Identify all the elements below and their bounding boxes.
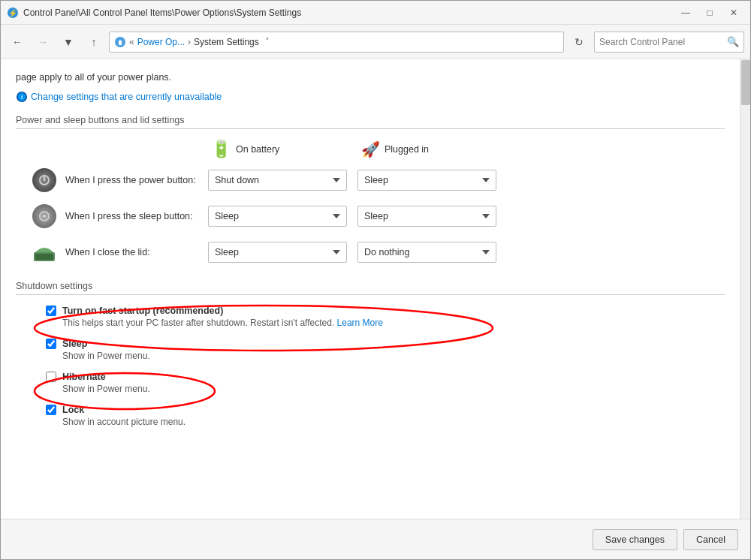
search-icon: 🔍 [727,36,739,47]
battery-column-header: 🔋 On battery [211,140,361,159]
app-icon: ⚡ [7,7,19,19]
lid-battery-dropdown[interactable]: Sleep Shut down Hibernate Do nothing [208,242,347,263]
sleep-plugged-dropdown[interactable]: Sleep Shut down Hibernate Do nothing [357,206,496,227]
fast-startup-checkbox[interactable] [46,306,56,316]
main-window: ⚡ Control Panel\All Control Panel Items\… [0,0,751,560]
breadcrumb-bar: « Power Op... › System Settings ˅ [109,32,564,53]
fast-startup-desc: This helps start your PC faster after sh… [46,318,725,328]
shutdown-header: Shutdown settings [16,281,725,295]
plugged-col-label: Plugged in [385,144,429,155]
fast-startup-wrapper: Turn on fast startup (recommended) This … [16,306,725,339]
close-button[interactable]: ✕ [723,5,744,20]
hibernate-row: Hibernate Show in Power menu. [16,372,725,394]
back-button[interactable]: ← [7,32,28,53]
svg-text:⚡: ⚡ [8,8,18,18]
lock-label-row: Lock [46,405,725,415]
sleep-checkbox[interactable] [46,339,56,349]
forward-button[interactable]: → [32,32,53,53]
lock-label: Lock [62,405,84,415]
learn-more-link[interactable]: Learn More [337,318,383,328]
power-button-icon [31,167,58,194]
power-battery-dropdown[interactable]: Shut down Sleep Hibernate Do nothing [208,170,347,191]
minimize-button[interactable]: — [675,5,696,20]
lid-row: When I close the lid: Sleep Shut down Hi… [16,239,725,266]
lock-row: Lock Show in account picture menu. [16,405,725,427]
shield-icon: i [16,91,28,103]
power-sleep-header: Power and sleep buttons and lid settings [16,115,725,129]
breadcrumb-icon [114,36,126,48]
breadcrumb-arrow: › [188,37,191,47]
shutdown-section: Shutdown settings Turn on fast startup (… [16,281,725,427]
save-changes-button[interactable]: Save changes [593,529,677,550]
dropdown-button[interactable]: ▼ [58,32,79,53]
footer: Save changes Cancel [1,519,750,559]
lock-desc: Show in account picture menu. [46,417,725,427]
address-bar: ← → ▼ ↑ « Power Op... › System Settings … [1,25,750,59]
power-sleep-section: Power and sleep buttons and lid settings… [16,115,725,266]
battery-icon: 🔋 [211,140,231,159]
lid-label: When I close the lid: [65,247,208,257]
change-settings-link[interactable]: i Change settings that are currently una… [16,91,725,103]
svg-text:i: i [21,94,23,101]
scrollbar-thumb[interactable] [741,60,750,105]
content-area: page apply to all of your power plans. i… [1,59,750,519]
sleep-row: Sleep Show in Power menu. [16,339,725,361]
power-button-row: When I press the power button: Shut down… [16,167,725,194]
plugged-column-header: 🚀 Plugged in [361,140,511,158]
sleep-option-label: Sleep [62,339,87,349]
sleep-label-row: Sleep [46,339,725,349]
search-input[interactable] [599,37,724,47]
window-controls: — □ ✕ [675,5,744,20]
fast-startup-label-row: Turn on fast startup (recommended) [46,306,725,316]
sleep-button-row: When I press the sleep button: Sleep Shu… [16,203,725,230]
page-intro-text: page apply to all of your power plans. [16,71,331,85]
hibernate-label-row: Hibernate [46,372,725,382]
refresh-button[interactable]: ↻ [569,32,590,53]
hibernate-checkbox[interactable] [46,372,56,382]
window-title: Control Panel\All Control Panel Items\Po… [23,8,675,18]
lock-checkbox[interactable] [46,405,56,415]
svg-rect-9 [35,254,53,260]
cancel-button[interactable]: Cancel [683,529,738,550]
sleep-icon-svg [38,209,51,223]
sleep-button-icon [31,203,58,230]
plug-icon: 🚀 [361,140,380,158]
battery-col-label: On battery [236,144,279,155]
power-button-label: When I press the power button: [65,175,208,185]
search-box: 🔍 [594,32,744,53]
fast-startup-row: Turn on fast startup (recommended) This … [16,306,725,328]
sleep-battery-dropdown[interactable]: Sleep Shut down Hibernate Do nothing [208,206,347,227]
scrollbar-track [740,59,750,519]
lid-plugged-dropdown[interactable]: Do nothing Sleep Hibernate Shut down [357,242,496,263]
breadcrumb-separator: « [129,37,134,47]
lid-icon [31,239,58,266]
power-plugged-dropdown[interactable]: Sleep Shut down Hibernate Do nothing [357,170,496,191]
breadcrumb-current: System Settings [194,37,259,47]
sleep-button-label: When I press the sleep button: [65,211,208,221]
power-icon-svg [38,173,51,187]
fast-startup-label: Turn on fast startup (recommended) [62,306,223,316]
sleep-desc: Show in Power menu. [46,351,725,361]
lid-icon-svg [32,242,56,263]
breadcrumb-chevron[interactable]: ˅ [265,37,270,47]
column-headers: 🔋 On battery 🚀 Plugged in [16,140,725,159]
hibernate-label: Hibernate [62,372,106,382]
breadcrumb-parent[interactable]: Power Op... [137,37,185,47]
main-content: page apply to all of your power plans. i… [1,59,740,519]
maximize-button[interactable]: □ [699,5,720,20]
hibernate-wrapper: Hibernate Show in Power menu. [16,372,725,405]
up-button[interactable]: ↑ [83,32,104,53]
hibernate-desc: Show in Power menu. [46,384,725,394]
title-bar: ⚡ Control Panel\All Control Panel Items\… [1,1,750,25]
